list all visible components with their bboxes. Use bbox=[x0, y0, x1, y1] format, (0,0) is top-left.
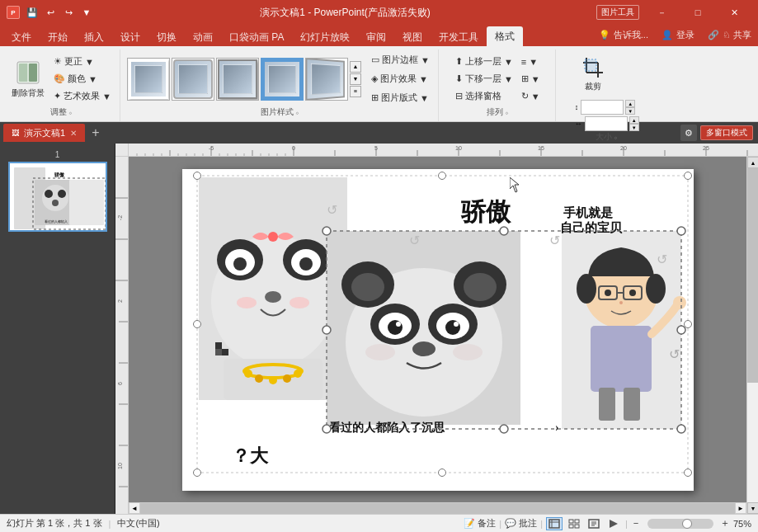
tab-pocket-animation[interactable]: 口袋动画 PA bbox=[221, 28, 292, 46]
notes-btn[interactable]: 📝 备注 bbox=[464, 517, 496, 530]
tab-review[interactable]: 审阅 bbox=[358, 28, 394, 46]
scroll-down-btn[interactable]: ▼ bbox=[747, 502, 758, 514]
group-arrow: ▼ bbox=[531, 74, 540, 84]
zoom-out-btn[interactable]: － bbox=[631, 516, 641, 530]
pic-style-4[interactable] bbox=[261, 58, 304, 101]
svg-rect-162 bbox=[569, 520, 573, 523]
status-sep-2: | bbox=[499, 519, 501, 529]
correct-btn[interactable]: ☀ 更正 ▼ bbox=[50, 54, 115, 70]
pic-style-2[interactable] bbox=[172, 58, 214, 101]
redo-btn[interactable]: ↪ bbox=[61, 5, 76, 20]
svg-text:看过的人都陷入了沉思: 看过的人都陷入了沉思 bbox=[328, 421, 445, 434]
crop-btn[interactable]: 裁剪 bbox=[575, 51, 611, 97]
select-pane-btn[interactable]: ⊟ 选择窗格 bbox=[452, 88, 516, 105]
tab-insert[interactable]: 插入 bbox=[76, 28, 112, 46]
tab-transition[interactable]: 切换 bbox=[148, 28, 185, 46]
svg-point-126 bbox=[605, 290, 611, 296]
move-up-btn[interactable]: ⬆ 上移一层 ▼ bbox=[452, 54, 516, 70]
pic-styles-group-arrow[interactable]: ⬦ bbox=[295, 109, 299, 116]
svg-point-156 bbox=[438, 468, 445, 476]
close-btn[interactable]: ✕ bbox=[717, 3, 751, 21]
width-down[interactable]: ▼ bbox=[629, 124, 639, 131]
svg-point-92 bbox=[255, 374, 263, 383]
scrollbar-horizontal[interactable] bbox=[140, 502, 735, 514]
svg-point-17 bbox=[42, 185, 68, 211]
signin-btn[interactable]: 👤 登录 bbox=[655, 26, 701, 45]
tab-format[interactable]: 格式 bbox=[487, 26, 523, 46]
tab-slideshow[interactable]: 幻灯片放映 bbox=[292, 28, 358, 46]
width-input[interactable] bbox=[585, 116, 628, 131]
settings-btn[interactable]: ⚙ bbox=[680, 125, 697, 141]
svg-point-122 bbox=[646, 274, 666, 304]
svg-point-84 bbox=[299, 257, 313, 271]
align-icon: ≡ bbox=[521, 57, 526, 67]
align-btn[interactable]: ≡ ▼ bbox=[518, 54, 544, 70]
slide-thumbnail-1[interactable]: 骄傲 看过的人都陷入 bbox=[8, 162, 107, 232]
pic-style-5[interactable] bbox=[305, 58, 348, 101]
art-effect-btn[interactable]: ✦ 艺术效果 ▼ bbox=[50, 88, 115, 105]
undo-btn[interactable]: ↩ bbox=[43, 5, 58, 20]
view-slideshow-btn[interactable] bbox=[605, 517, 622, 530]
slide-tab-1-close[interactable]: ✕ bbox=[70, 129, 77, 138]
pic-style-1[interactable] bbox=[127, 58, 170, 101]
view-reading-btn[interactable] bbox=[586, 517, 602, 530]
language-status: 中文(中国) bbox=[117, 517, 159, 530]
picture-tools-badge[interactable]: 图片工具 bbox=[596, 5, 639, 20]
height-up[interactable]: ▲ bbox=[625, 100, 635, 107]
scroll-left-btn[interactable]: ◄ bbox=[129, 502, 140, 514]
view-browse-btn[interactable] bbox=[566, 517, 582, 530]
move-down-btn[interactable]: ⬇ 下移一层 ▼ bbox=[452, 71, 516, 87]
rotate-btn[interactable]: ↻ ▼ bbox=[518, 88, 544, 105]
pic-style-scroll-down[interactable]: ▼ bbox=[350, 73, 361, 85]
comments-btn[interactable]: 💬 批注 bbox=[505, 517, 537, 530]
tab-view[interactable]: 视图 bbox=[394, 28, 431, 46]
crop-icon bbox=[581, 56, 605, 79]
customize-btn[interactable]: ▼ bbox=[79, 5, 94, 20]
pic-layout-btn[interactable]: ⊞ 图片版式 ▼ bbox=[368, 90, 433, 106]
adjust-group-arrow[interactable]: ⬦ bbox=[68, 109, 73, 116]
height-icon: ↕ bbox=[575, 103, 579, 111]
height-input[interactable] bbox=[581, 100, 624, 115]
multi-window-badge[interactable]: 多窗口模式 bbox=[700, 125, 753, 140]
zoom-slider[interactable] bbox=[647, 519, 713, 529]
tab-file[interactable]: 文件 bbox=[3, 28, 40, 46]
scroll-up-btn[interactable]: ▲ bbox=[747, 157, 758, 168]
add-tab-btn[interactable]: + bbox=[87, 125, 104, 140]
svg-rect-165 bbox=[575, 525, 579, 528]
move-down-icon: ⬇ bbox=[455, 73, 463, 84]
color-btn[interactable]: 🎨 颜色 ▼ bbox=[50, 71, 115, 87]
signin-icon: 👤 bbox=[661, 30, 673, 40]
title-bar: P 💾 ↩ ↪ ▼ 演示文稿1 - PowerPoint(产品激活失败) 图片工… bbox=[0, 0, 758, 25]
remove-bg-btn[interactable]: 删除背景 bbox=[8, 54, 48, 104]
tab-developer[interactable]: 开发工具 bbox=[431, 28, 487, 46]
tab-start[interactable]: 开始 bbox=[40, 28, 76, 46]
status-right: 📝 备注 | 💬 批注 | | － ＋ 75% bbox=[464, 516, 751, 530]
share-btn[interactable]: 🔗 ♘ 共享 bbox=[701, 26, 758, 45]
svg-point-93 bbox=[269, 376, 277, 384]
height-down[interactable]: ▼ bbox=[625, 107, 635, 115]
tab-animation[interactable]: 动画 bbox=[185, 28, 221, 46]
minimize-btn[interactable]: － bbox=[644, 3, 679, 21]
pic-border-btn[interactable]: ▭ 图片边框 ▼ bbox=[368, 52, 433, 68]
zoom-percentage[interactable]: 75% bbox=[733, 519, 751, 529]
width-up[interactable]: ▲ bbox=[629, 116, 639, 124]
tab-bar-right: ⚙ 多窗口模式 bbox=[680, 125, 758, 141]
pic-style-expand[interactable]: ≡ bbox=[350, 86, 361, 97]
group-btn[interactable]: ⊞ ▼ bbox=[518, 71, 544, 87]
tab-design[interactable]: 设计 bbox=[112, 28, 148, 46]
pic-effect-btn[interactable]: ◈ 图片效果 ▼ bbox=[368, 71, 433, 87]
tell-me-btn[interactable]: 💡 告诉我... bbox=[592, 26, 655, 45]
maximize-btn[interactable]: □ bbox=[680, 3, 715, 21]
pic-style-scroll-up[interactable]: ▲ bbox=[350, 61, 361, 73]
art-effect-arrow: ▼ bbox=[102, 92, 111, 101]
scrollbar-vertical[interactable]: ▲ ▼ bbox=[746, 157, 758, 514]
pic-style-3[interactable] bbox=[216, 58, 259, 101]
view-normal-btn[interactable] bbox=[546, 517, 563, 530]
arrange-group-arrow[interactable]: ⬦ bbox=[505, 109, 509, 116]
zoom-in-btn[interactable]: ＋ bbox=[720, 516, 730, 530]
slide-tab-1[interactable]: 🖼 演示文稿1 ✕ bbox=[3, 124, 85, 142]
size-group-arrow[interactable]: ⬦ bbox=[614, 134, 618, 141]
scroll-right-btn[interactable]: ► bbox=[735, 502, 746, 514]
save-quick-btn[interactable]: 💾 bbox=[25, 5, 40, 20]
slide-canvas-area[interactable]: ？大 bbox=[129, 157, 746, 502]
